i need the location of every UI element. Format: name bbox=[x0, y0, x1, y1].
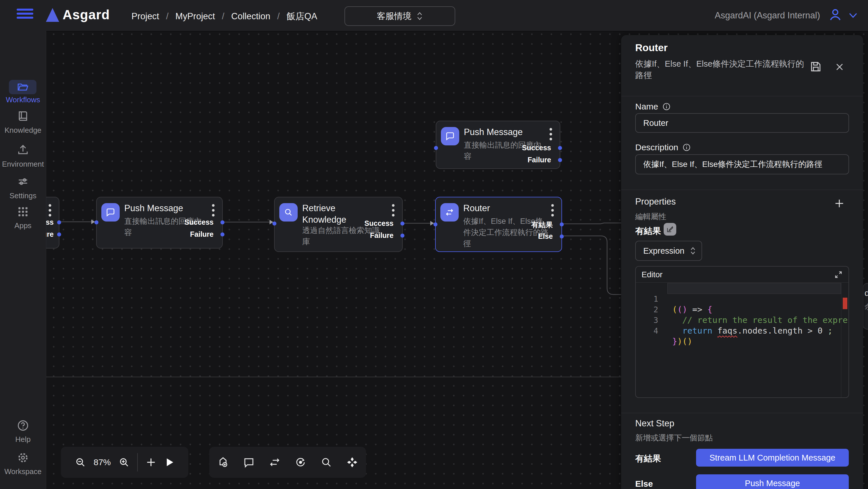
node-title: Router bbox=[463, 203, 490, 214]
input-handle[interactable] bbox=[272, 222, 276, 226]
run-icon[interactable] bbox=[164, 457, 175, 467]
chat-bubble-icon bbox=[441, 127, 459, 145]
port-success: Success bbox=[365, 219, 394, 228]
locate-icon[interactable] bbox=[294, 456, 307, 468]
environment-selector-label: 客服情境 bbox=[377, 10, 411, 22]
node-clipped-right[interactable]: d 余 bbox=[863, 283, 868, 329]
info-icon bbox=[662, 102, 671, 111]
node-menu-icon[interactable] bbox=[212, 204, 215, 217]
sidebar-item-settings[interactable]: Settings bbox=[0, 175, 46, 200]
sliders-icon bbox=[0, 175, 46, 188]
name-input[interactable]: Router bbox=[635, 113, 849, 133]
code-area[interactable]: 1 (() => { 2 // return the result of the… bbox=[636, 283, 848, 398]
property-type-value: Expression bbox=[643, 246, 684, 256]
output-handle[interactable] bbox=[560, 222, 564, 226]
close-icon[interactable] bbox=[835, 62, 844, 72]
account-chevron-down-icon[interactable] bbox=[847, 11, 859, 20]
sidebar-item-label: Help bbox=[0, 435, 46, 444]
sidebar-item-label: Apps bbox=[0, 221, 46, 230]
input-handle[interactable] bbox=[434, 146, 438, 150]
breadcrumb-collection[interactable]: Collection bbox=[231, 11, 270, 22]
port-has-result: 有結果 bbox=[531, 220, 553, 230]
breadcrumb: Project / MyProject / Collection / 飯店QA bbox=[131, 10, 317, 22]
edit-property-icon[interactable] bbox=[663, 223, 676, 236]
sidebar-item-knowledge[interactable]: Knowledge bbox=[0, 110, 46, 135]
breadcrumb-myproject[interactable]: MyProject bbox=[175, 11, 215, 22]
node-menu-icon[interactable] bbox=[392, 204, 395, 217]
next-step-subtitle: 新增或選擇下一個節點 bbox=[635, 433, 713, 443]
input-handle[interactable] bbox=[433, 222, 437, 226]
breadcrumb-workflow[interactable]: 飯店QA bbox=[286, 10, 317, 22]
output-handle[interactable] bbox=[400, 234, 404, 238]
environment-selector[interactable]: 客服情境 bbox=[344, 6, 455, 26]
chat-bubble-icon bbox=[101, 203, 120, 222]
app-root: Success Failure Push Message 直接輸出訊息的回應內容… bbox=[0, 0, 868, 489]
node-push-message-top[interactable]: Push Message 直接輸出訊息的回應內容 Success Failure bbox=[436, 121, 560, 169]
search-icon[interactable] bbox=[320, 456, 332, 468]
canvas-toolbar bbox=[209, 447, 366, 478]
node-description-fragment: 余 bbox=[865, 301, 868, 312]
node-menu-icon[interactable] bbox=[551, 204, 554, 217]
help-circle-icon bbox=[0, 419, 46, 432]
editor-scroll-divider bbox=[841, 283, 841, 398]
sidebar-item-help[interactable]: Help bbox=[0, 419, 46, 444]
sidebar-item-environment[interactable]: Environment bbox=[0, 144, 46, 169]
input-handle[interactable] bbox=[94, 220, 98, 224]
output-handle[interactable] bbox=[400, 222, 404, 226]
add-property-icon[interactable] bbox=[834, 198, 845, 209]
name-input-value: Router bbox=[643, 118, 668, 128]
breadcrumb-separator: / bbox=[166, 11, 168, 22]
port-success: Success bbox=[522, 144, 551, 152]
menu-icon[interactable] bbox=[17, 9, 33, 22]
expand-icon[interactable] bbox=[834, 270, 843, 279]
breadcrumb-separator: / bbox=[222, 11, 224, 22]
grid-icon bbox=[0, 206, 46, 218]
asgard-logo-icon bbox=[46, 8, 59, 22]
node-retrieve-knowledge[interactable]: Retrieve Knowledge 透過自然語言檢索知識庫 Success F… bbox=[274, 197, 403, 252]
output-handle[interactable] bbox=[57, 220, 61, 224]
property-type-select[interactable]: Expression bbox=[635, 241, 702, 261]
search-icon bbox=[279, 203, 298, 222]
expression-editor[interactable]: Editor 1 (() => { 2 // return the result… bbox=[635, 266, 849, 398]
folder-open-icon bbox=[9, 80, 36, 94]
output-handle[interactable] bbox=[57, 232, 61, 236]
zoom-in-icon[interactable] bbox=[118, 457, 130, 468]
error-marker bbox=[843, 298, 847, 309]
swap-arrows-icon[interactable] bbox=[269, 456, 281, 468]
node-menu-icon[interactable] bbox=[549, 127, 552, 141]
gear-icon bbox=[0, 451, 46, 464]
description-input-value: 依據If、Else If、Else條件決定工作流程執行的路徑 bbox=[643, 159, 823, 170]
sidebar-item-apps[interactable]: Apps bbox=[0, 206, 46, 230]
node-router[interactable]: Router 依據If、Else If、Else條件決定工作流程執行的路徑 有結… bbox=[435, 197, 562, 252]
property-name: 有結果 bbox=[635, 225, 661, 237]
output-handle[interactable] bbox=[558, 146, 562, 150]
next-step-branch-label: Else bbox=[635, 479, 653, 489]
port-success: Success bbox=[185, 218, 214, 226]
node-push-message-mid[interactable]: Push Message 直接輸出訊息的回應內容 Success Failure bbox=[96, 197, 223, 249]
next-step-branch-label: 有結果 bbox=[635, 453, 661, 465]
next-step-button-has-result[interactable]: Stream LLM Completion Message bbox=[696, 449, 849, 467]
sidebar-item-label: Workspace bbox=[0, 467, 46, 476]
name-label: Name bbox=[635, 102, 671, 112]
panel-title: Router bbox=[635, 42, 668, 53]
sidebar-item-label: Environment bbox=[0, 160, 46, 169]
fit-view-icon[interactable] bbox=[346, 456, 358, 468]
save-icon[interactable] bbox=[809, 60, 822, 73]
output-handle[interactable] bbox=[558, 158, 562, 162]
upload-icon bbox=[0, 144, 46, 156]
add-node-icon[interactable] bbox=[145, 457, 157, 468]
output-handle[interactable] bbox=[220, 232, 224, 236]
output-handle[interactable] bbox=[220, 220, 224, 224]
breadcrumb-project[interactable]: Project bbox=[131, 11, 159, 22]
toolbar-divider bbox=[137, 453, 138, 471]
next-step-button-else[interactable]: Push Message bbox=[696, 474, 849, 489]
sidebar-item-workspace[interactable]: Workspace bbox=[0, 451, 46, 476]
bell-plus-icon[interactable] bbox=[217, 456, 229, 468]
output-handle[interactable] bbox=[560, 234, 564, 238]
user-icon[interactable] bbox=[828, 7, 843, 22]
editor-title: Editor bbox=[642, 270, 662, 279]
node-menu-icon[interactable] bbox=[49, 204, 51, 217]
chat-bubble-icon[interactable] bbox=[243, 456, 255, 468]
zoom-out-icon[interactable] bbox=[74, 457, 86, 468]
description-input[interactable]: 依據If、Else If、Else條件決定工作流程執行的路徑 bbox=[635, 154, 849, 174]
